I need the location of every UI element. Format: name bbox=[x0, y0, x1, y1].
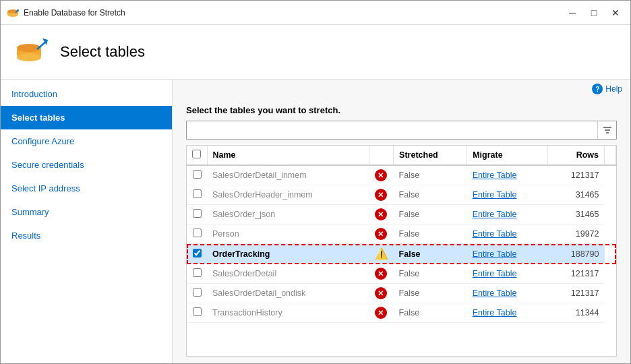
migrate-link[interactable]: Entire Table bbox=[473, 171, 517, 180]
col-scroll-spacer bbox=[605, 146, 616, 165]
row-checkbox-cell[interactable] bbox=[187, 165, 207, 185]
app-icon bbox=[6, 6, 20, 20]
col-migrate: Migrate bbox=[467, 146, 548, 165]
row-migrate: Entire Table bbox=[467, 303, 548, 323]
row-checkbox-cell[interactable] bbox=[187, 303, 207, 323]
col-name: Name bbox=[207, 146, 369, 165]
row-checkbox[interactable] bbox=[193, 209, 202, 218]
migrate-link[interactable]: Entire Table bbox=[473, 190, 517, 200]
help-link[interactable]: ? Help bbox=[592, 84, 622, 94]
row-checkbox[interactable] bbox=[193, 170, 202, 179]
row-status: ⚠️ bbox=[369, 244, 394, 264]
sidebar-item-configure-azure[interactable]: Configure Azure bbox=[1, 129, 172, 153]
content-area: Select the tables you want to stretch. bbox=[173, 98, 630, 363]
row-rows: 11344 bbox=[547, 303, 604, 323]
row-checkbox[interactable] bbox=[193, 229, 202, 237]
title-bar: Enable Database for Stretch ─ □ ✕ bbox=[1, 1, 630, 25]
no-icon: ✕ bbox=[375, 268, 387, 280]
migrate-link[interactable]: Entire Table bbox=[473, 229, 517, 239]
table-row: SalesOrderDetail_inmem ✕ False Entire Ta… bbox=[187, 165, 616, 185]
window-title: Enable Database for Stretch bbox=[24, 8, 563, 18]
row-checkbox-cell[interactable] bbox=[187, 224, 207, 244]
page-header: Select tables bbox=[1, 25, 630, 80]
row-rows: 31465 bbox=[547, 185, 604, 205]
row-stretched: False bbox=[394, 205, 467, 224]
row-status: ✕ bbox=[369, 284, 394, 303]
sidebar-item-summary[interactable]: Summary bbox=[1, 200, 172, 224]
table-row: SalesOrderHeader_inmem ✕ False Entire Ta… bbox=[187, 185, 616, 205]
sidebar-item-select-tables[interactable]: Select tables bbox=[1, 106, 172, 129]
sidebar-item-introduction[interactable]: Introduction bbox=[1, 82, 172, 106]
row-name: Person bbox=[207, 224, 369, 244]
migrate-link[interactable]: Entire Table bbox=[473, 249, 517, 259]
row-status: ✕ bbox=[369, 185, 394, 205]
row-checkbox-cell[interactable] bbox=[187, 284, 207, 303]
row-checkbox-cell[interactable] bbox=[187, 205, 207, 224]
row-stretched: False bbox=[394, 244, 467, 264]
row-name: SalesOrderDetail_inmem bbox=[207, 165, 369, 185]
svg-point-5 bbox=[17, 53, 41, 61]
warn-icon: ⚠️ bbox=[375, 248, 388, 260]
row-migrate: Entire Table bbox=[467, 284, 548, 303]
table-header-row: Name Stretched Migrate Rows bbox=[187, 146, 616, 165]
no-icon: ✕ bbox=[375, 208, 387, 220]
row-status: ✕ bbox=[369, 264, 394, 284]
row-rows: 19972 bbox=[547, 224, 604, 244]
no-icon: ✕ bbox=[375, 228, 387, 240]
migrate-link[interactable]: Entire Table bbox=[473, 289, 517, 298]
no-icon: ✕ bbox=[375, 189, 387, 201]
no-icon: ✕ bbox=[375, 169, 387, 181]
sidebar-item-results[interactable]: Results bbox=[1, 224, 172, 247]
help-label: Help bbox=[605, 84, 622, 94]
help-bar: ? Help bbox=[173, 80, 630, 98]
row-checkbox-cell[interactable] bbox=[187, 264, 207, 284]
search-row bbox=[186, 121, 617, 140]
search-input[interactable] bbox=[187, 121, 597, 139]
main-content: ? Help Select the tables you want to str… bbox=[173, 80, 630, 363]
table-row: SalesOrderDetail_ondisk ✕ False Entire T… bbox=[187, 284, 616, 303]
close-button[interactable]: ✕ bbox=[606, 5, 625, 20]
sidebar-item-select-ip-address[interactable]: Select IP address bbox=[1, 177, 172, 200]
row-checkbox[interactable] bbox=[193, 268, 202, 277]
body: Introduction Select tables Configure Azu… bbox=[1, 80, 630, 363]
row-migrate: Entire Table bbox=[467, 205, 548, 224]
filter-button[interactable] bbox=[597, 121, 616, 139]
row-checkbox[interactable] bbox=[193, 307, 202, 316]
row-status: ✕ bbox=[369, 205, 394, 224]
migrate-link[interactable]: Entire Table bbox=[473, 269, 517, 278]
row-name: SalesOrderHeader_inmem bbox=[207, 185, 369, 205]
row-migrate: Entire Table bbox=[467, 264, 548, 284]
row-stretched: False bbox=[394, 165, 467, 185]
row-name: OrderTracking bbox=[207, 244, 369, 264]
svg-point-2 bbox=[7, 13, 18, 17]
migrate-link[interactable]: Entire Table bbox=[473, 308, 517, 317]
table-wrapper[interactable]: Name Stretched Migrate Rows bbox=[186, 145, 617, 357]
maximize-button[interactable]: □ bbox=[584, 5, 603, 20]
row-name: SalesOrderDetail bbox=[207, 264, 369, 284]
row-checkbox[interactable] bbox=[193, 189, 202, 198]
row-name: SalesOrder_json bbox=[207, 205, 369, 224]
row-checkbox-cell[interactable] bbox=[187, 244, 207, 264]
row-stretched: False bbox=[394, 303, 467, 323]
row-checkbox[interactable] bbox=[193, 288, 202, 297]
filter-icon bbox=[603, 125, 612, 135]
migrate-link[interactable]: Entire Table bbox=[473, 210, 517, 219]
select-all-checkbox[interactable] bbox=[192, 150, 201, 158]
table-row: Person ✕ False Entire Table 19972 bbox=[187, 224, 616, 244]
tables-table: Name Stretched Migrate Rows bbox=[187, 146, 616, 323]
sidebar: Introduction Select tables Configure Azu… bbox=[1, 80, 173, 363]
row-checkbox[interactable] bbox=[193, 249, 202, 257]
minimize-button[interactable]: ─ bbox=[563, 5, 582, 20]
content-subtitle: Select the tables you want to stretch. bbox=[186, 105, 617, 115]
row-name: TransactionHistory bbox=[207, 303, 369, 323]
table-row: SalesOrderDetail ✕ False Entire Table 12… bbox=[187, 264, 616, 284]
row-checkbox-cell[interactable] bbox=[187, 185, 207, 205]
row-rows: 121317 bbox=[547, 264, 604, 284]
row-status: ✕ bbox=[369, 165, 394, 185]
page-title: Select tables bbox=[60, 43, 145, 61]
table-row: TransactionHistory ✕ False Entire Table … bbox=[187, 303, 616, 323]
sidebar-item-secure-credentials[interactable]: Secure credentials bbox=[1, 153, 172, 177]
row-rows: 121317 bbox=[547, 165, 604, 185]
header-icon bbox=[14, 34, 49, 69]
row-rows: 121317 bbox=[547, 284, 604, 303]
